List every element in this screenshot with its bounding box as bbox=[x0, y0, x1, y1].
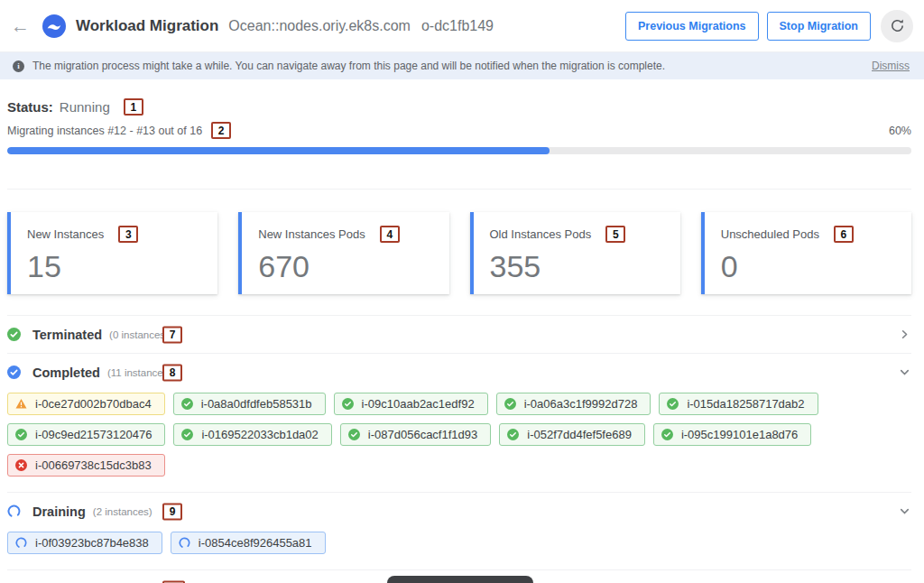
instance-chip: i-00669738c15dc3b83 bbox=[7, 454, 165, 477]
instance-id: i-095c199101e1a8d76 bbox=[681, 428, 798, 441]
cluster-name: Ocean::nodes.oriy.ek8s.com bbox=[228, 18, 411, 34]
annotation-3: 3 bbox=[118, 226, 138, 243]
progress-text: Migrating instances #12 - #13 out of 16 bbox=[7, 125, 202, 137]
annotation-2: 2 bbox=[211, 122, 231, 139]
section-header-completed[interactable]: Completed (11 instances) 8 bbox=[7, 354, 911, 391]
instance-chip: i-0ce27d002b70dbac4 bbox=[7, 393, 165, 415]
progress-percent: 60% bbox=[889, 125, 911, 137]
summary-cards: New Instances 3 15 New Instances Pods 4 … bbox=[7, 212, 911, 294]
section-divider bbox=[7, 189, 911, 190]
check-circle-icon bbox=[507, 429, 519, 440]
card-value: 355 bbox=[490, 251, 668, 282]
check-circle-icon bbox=[348, 429, 360, 440]
stop-migration-button[interactable]: Stop Migration bbox=[767, 12, 872, 41]
section-completed: Completed (11 instances) 8 i-0ce27d002b7… bbox=[7, 353, 911, 492]
card-new-instances: New Instances 3 15 bbox=[7, 212, 217, 294]
card-value: 0 bbox=[721, 251, 899, 282]
status-label: Status: bbox=[7, 99, 53, 115]
card-old-instances-pods: Old Instances Pods 5 355 bbox=[470, 212, 680, 294]
banner-message: The migration process might take a while… bbox=[32, 60, 872, 72]
page-title: Workload Migration bbox=[76, 17, 218, 35]
check-circle-icon bbox=[342, 398, 354, 410]
instance-chip: i-0169522033cb1da02 bbox=[173, 423, 331, 446]
spinner-icon bbox=[7, 504, 21, 518]
check-circle-icon bbox=[661, 429, 673, 440]
instance-id: i-09c9ed21573120476 bbox=[35, 428, 152, 441]
ocean-id: o-dc1fb149 bbox=[421, 18, 494, 34]
instance-chip: i-0854ce8f926455a81 bbox=[171, 532, 326, 554]
breadcrumb: Ocean::nodes.oriy.ek8s.com o-dc1fb149 bbox=[228, 18, 494, 34]
bottom-dark-bar bbox=[387, 576, 533, 583]
instance-id: i-0ce27d002b70dbac4 bbox=[35, 397, 152, 411]
instance-id: i-0169522033cb1da02 bbox=[201, 428, 318, 441]
dismiss-link[interactable]: Dismiss bbox=[872, 60, 910, 72]
section-header-terminated[interactable]: Terminated (0 instances) 7 bbox=[7, 316, 911, 353]
check-circle-icon bbox=[181, 429, 193, 440]
section-terminated: Terminated (0 instances) 7 bbox=[7, 315, 911, 353]
section-title: Completed bbox=[32, 366, 100, 380]
status-value: Running bbox=[60, 99, 110, 115]
status-row: Status: Running 1 bbox=[7, 98, 911, 116]
instance-chip: i-09c10aab2ac1edf92 bbox=[334, 393, 488, 415]
spinner-icon bbox=[15, 537, 27, 549]
progress-fill bbox=[7, 147, 550, 154]
check-circle-icon bbox=[7, 328, 21, 341]
card-label: New Instances Pods bbox=[258, 227, 365, 241]
back-icon[interactable]: ← bbox=[11, 16, 30, 35]
error-icon bbox=[15, 459, 27, 471]
instance-chip: i-095c199101e1a8d76 bbox=[653, 423, 811, 446]
instance-chip: i-087d056cacf1f1d93 bbox=[340, 423, 491, 446]
annotation-9: 9 bbox=[162, 503, 182, 520]
card-unscheduled-pods: Unscheduled Pods 6 0 bbox=[701, 212, 911, 294]
annotation-7: 7 bbox=[162, 326, 182, 343]
instance-chip: i-0a8a0dfdfeb58531b bbox=[173, 393, 326, 415]
chevron-down-icon[interactable] bbox=[898, 366, 911, 379]
instance-id: i-00669738c15dc3b83 bbox=[35, 458, 152, 472]
card-label: New Instances bbox=[27, 227, 104, 241]
ocean-logo-icon bbox=[42, 14, 66, 38]
section-count: (0 instances) bbox=[109, 329, 169, 340]
annotation-4: 4 bbox=[380, 226, 400, 243]
instance-chip: i-09c9ed21573120476 bbox=[7, 423, 165, 446]
refresh-icon bbox=[890, 18, 905, 33]
chevron-down-icon[interactable] bbox=[898, 504, 911, 518]
card-value: 15 bbox=[27, 251, 205, 282]
instance-chip: i-0a06a3c1f9992d728 bbox=[496, 393, 651, 415]
info-icon: i bbox=[13, 60, 24, 72]
chevron-right-icon[interactable] bbox=[898, 328, 911, 341]
check-circle-icon bbox=[504, 398, 516, 410]
section-draining: Draining (2 instances) 9 i-0f03923bc87b4… bbox=[7, 492, 911, 569]
progress-info-row: Migrating instances #12 - #13 out of 16 … bbox=[7, 122, 911, 139]
annotation-5: 5 bbox=[605, 226, 625, 243]
previous-migrations-button[interactable]: Previous Migrations bbox=[625, 12, 758, 41]
annotation-8: 8 bbox=[162, 364, 182, 381]
instance-chip: i-015da18258717dab2 bbox=[659, 393, 818, 415]
instance-chip: i-052f7dd4fef5fe689 bbox=[499, 423, 645, 446]
instance-id: i-09c10aab2ac1edf92 bbox=[362, 397, 475, 411]
check-circle-icon bbox=[15, 429, 27, 440]
info-banner: i The migration process might take a whi… bbox=[0, 52, 924, 79]
section-count: (2 instances) bbox=[93, 506, 152, 517]
draining-instance-list: i-0f03923bc87b4e838 i-0854ce8f926455a81 bbox=[7, 530, 911, 569]
instance-id: i-087d056cacf1f1d93 bbox=[368, 428, 477, 441]
check-circle-icon bbox=[7, 366, 21, 379]
card-label: Old Instances Pods bbox=[490, 227, 592, 241]
instance-id: i-0f03923bc87b4e838 bbox=[35, 536, 149, 550]
refresh-button[interactable] bbox=[881, 10, 913, 42]
spinner-icon bbox=[179, 537, 190, 549]
instance-chip: i-0f03923bc87b4e838 bbox=[7, 532, 162, 554]
section-title: Terminated bbox=[32, 328, 102, 342]
annotation-1: 1 bbox=[124, 98, 143, 116]
card-new-instances-pods: New Instances Pods 4 670 bbox=[238, 212, 448, 294]
instance-id: i-0a06a3c1f9992d728 bbox=[524, 397, 638, 411]
progress-bar bbox=[7, 147, 911, 154]
page-header: ← Workload Migration Ocean::nodes.oriy.e… bbox=[0, 0, 924, 52]
card-label: Unscheduled Pods bbox=[721, 227, 819, 241]
card-value: 670 bbox=[258, 251, 436, 282]
check-circle-icon bbox=[181, 398, 193, 410]
section-header-draining[interactable]: Draining (2 instances) 9 bbox=[7, 493, 911, 530]
warning-icon bbox=[15, 398, 27, 410]
instance-id: i-0854ce8f926455a81 bbox=[199, 536, 312, 550]
check-circle-icon bbox=[667, 398, 679, 410]
annotation-6: 6 bbox=[834, 226, 854, 243]
